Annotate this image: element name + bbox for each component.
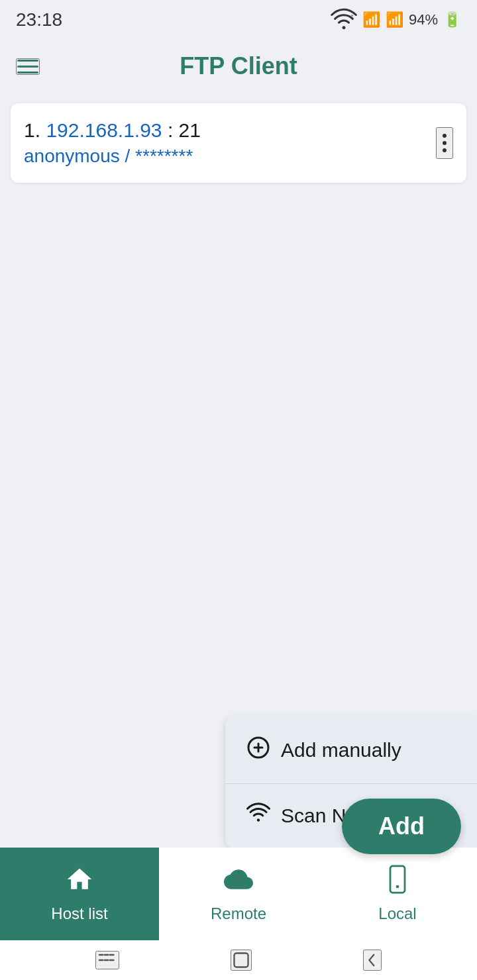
add-fab-button[interactable]: Add [342, 799, 461, 854]
host-ip: 192.168.1.93 [46, 119, 162, 141]
status-icons: + 📶 📶 94% 🔋 [331, 8, 461, 32]
wifi-status-icon: + [331, 8, 357, 32]
add-manually-button[interactable]: Add manually [225, 717, 477, 784]
host-port: 21 [179, 119, 201, 141]
sys-menu-button[interactable] [95, 951, 119, 969]
battery-indicator: 94% [409, 11, 438, 28]
host-info: 1. 192.168.1.93 : 21 anonymous / *******… [24, 119, 436, 167]
app-title: FTP Client [180, 52, 297, 80]
signal-icon-2: 📶 [386, 11, 403, 28]
host-separator: : [168, 119, 179, 141]
host-password: / ******** [125, 146, 193, 166]
house-icon [65, 865, 94, 901]
sys-home-button[interactable] [231, 950, 252, 971]
system-nav [0, 940, 477, 980]
signal-icon: 📶 [362, 11, 380, 28]
bottom-nav: Host list Remote Local [0, 848, 477, 940]
main-content: 1. 192.168.1.93 : 21 anonymous / *******… [0, 93, 477, 204]
dot-1 [443, 134, 447, 138]
hamburger-line-1 [17, 60, 38, 62]
hamburger-line-3 [17, 72, 38, 74]
app-bar: FTP Client [0, 40, 477, 93]
host-index: 1. [24, 119, 40, 141]
phone-icon [386, 865, 409, 901]
status-bar: 23:18 + 📶 📶 94% 🔋 [0, 0, 477, 40]
cloud-icon [224, 865, 253, 901]
host-address-line: 1. 192.168.1.93 : 21 [24, 119, 436, 142]
tab-remote[interactable]: Remote [159, 848, 318, 940]
battery-icon: 🔋 [443, 11, 461, 28]
tab-remote-label: Remote [211, 905, 266, 923]
scan-wifi-icon [246, 803, 270, 829]
tab-local-label: Local [378, 905, 416, 923]
status-time: 23:18 [16, 9, 62, 30]
host-options-button[interactable] [436, 127, 453, 159]
dot-3 [443, 148, 447, 152]
add-fab-label: Add [378, 812, 425, 840]
plus-circle-icon [246, 736, 270, 765]
tab-host-list[interactable]: Host list [0, 848, 159, 940]
tab-host-list-label: Host list [51, 905, 107, 923]
svg-text:+: + [350, 13, 354, 19]
sys-back-button[interactable] [363, 950, 382, 971]
hamburger-line-2 [17, 66, 38, 68]
host-card[interactable]: 1. 192.168.1.93 : 21 anonymous / *******… [11, 103, 466, 183]
add-manually-label: Add manually [281, 739, 401, 761]
tab-local[interactable]: Local [318, 848, 477, 940]
menu-button[interactable] [16, 58, 40, 75]
host-credentials: anonymous / ******** [24, 146, 436, 167]
svg-rect-12 [235, 954, 248, 967]
host-username: anonymous [24, 146, 120, 166]
dot-2 [443, 141, 447, 145]
svg-rect-4 [390, 866, 405, 893]
